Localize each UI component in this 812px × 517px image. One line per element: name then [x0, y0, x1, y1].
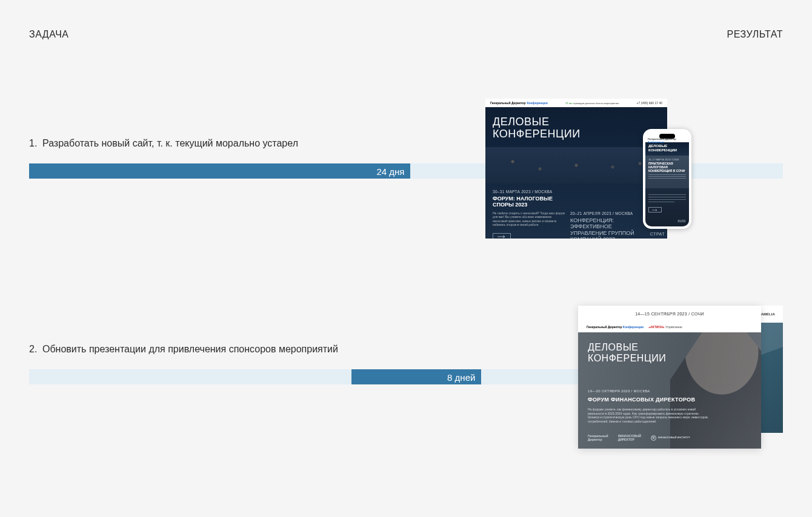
pf-event-date: 19—20 ОКТЯБРЯ 2023 / МОСКВА [588, 389, 751, 393]
result-2-preview: 📍 SWISSÔTEL RESORT SOCHI KAMELIA 14—15 С… [578, 306, 783, 449]
pf-fl3-icon: Ф [651, 435, 656, 441]
pf-logo-gray: Управление [665, 325, 682, 329]
task-2-number: 2. [29, 344, 38, 355]
brand-main: Генеральный Директор [490, 101, 525, 105]
pf-fl2b: ДИРЕКТОР [618, 438, 641, 442]
brand-suffix: Конференции [527, 101, 547, 105]
card1-title-l1: ФОРУМ: НАЛОГОВЫЕ [493, 196, 571, 202]
pf-fl3-text: ФИНАНСОВЫЙ ИНСТИТУТ [658, 436, 690, 439]
card1-title: ФОРУМ: НАЛОГОВЫЕ СПОРЫ 2023 [493, 196, 571, 208]
phone-pagination: 01/03 [677, 219, 685, 223]
card1-title-l2: СПОРЫ 2023 [493, 202, 571, 208]
task-2-duration: 8 дней [447, 372, 475, 382]
card2-t4: КОМПАНИЙ 2023 [570, 236, 661, 239]
phone-card1-desc-lines [648, 174, 686, 179]
task-1-number: 1. [29, 138, 38, 149]
hero-background [485, 147, 667, 183]
years-strong: 17 лет [565, 102, 573, 105]
result-1-preview: Генеральный Директор Конференции 17 лет … [485, 99, 691, 239]
phone-card1-date: 16–17 МАРТА 2023 / СОЧИ [648, 158, 686, 161]
hero-card-1: 30–31 МАРТА 2023 / МОСКВА ФОРУМ: НАЛОГОВ… [493, 189, 571, 239]
task-1-duration: 24 дня [376, 166, 404, 176]
phone-notch-icon [659, 134, 675, 139]
pf-footer-logo-3: Ф ФИНАНСОВЫЙ ИНСТИТУТ [651, 435, 690, 441]
pf-footer-logos: Генеральный Директор ФИНАНСОВЫЙ ДИРЕКТОР… [588, 435, 690, 441]
arrow-right-icon [493, 233, 511, 239]
card2-t3: УПРАВЛЕНИЕ ГРУППОЙ [570, 230, 661, 236]
pf-footer-logo-2: ФИНАНСОВЫЙ ДИРЕКТОР [618, 435, 641, 441]
phone-card-1: 16–17 МАРТА 2023 / СОЧИ ПРАКТИЧЕСКАЯ НАЛ… [645, 156, 689, 188]
section-label-task: ЗАДАЧА [29, 29, 68, 40]
phone-hero: ДЕЛОВЫЕ КОНФЕРЕНЦИИ [645, 142, 689, 156]
phone-brand-suffix: Конференции [648, 140, 664, 143]
years-rest: проводим деловые бизнес-мероприятия [573, 102, 619, 105]
header-phone: +7 (495) 660 17 40 [637, 101, 662, 105]
task-1-text: Разработать новый сайт, т. к. текущий мо… [42, 138, 298, 149]
pf-logo-red: «АКТИОН» [648, 325, 665, 329]
hero-title: ДЕЛОВЫЕ КОНФЕРЕНЦИИ [493, 116, 581, 140]
presentation-front-body: ДЕЛОВЫЕ КОНФЕРЕНЦИИ 19—20 ОКТЯБРЯ 2023 /… [578, 332, 761, 449]
phone-mockup: Генеральный Директор Конференции ДЕЛОВЫЕ… [643, 129, 691, 229]
phone-hero-l1: ДЕЛОВЫЕ [648, 144, 686, 148]
website-header: Генеральный Директор Конференции 17 лет … [485, 99, 667, 107]
card2-side-text: СТРАТ [650, 232, 665, 236]
phone-arrow-icon [648, 207, 662, 212]
task-2-text: Обновить презентации для привлечения спо… [42, 344, 338, 355]
pf-logo-main: Генеральный Директор [587, 325, 622, 329]
hero-title-line2: КОНФЕРЕНЦИИ [493, 128, 581, 140]
pf-event-desc: На форуме узнаете, как финансовому дирек… [588, 407, 709, 424]
pf-logo-suffix: Конференции [623, 325, 644, 329]
pf-title-l2: КОНФЕРЕНЦИИ [588, 353, 751, 364]
phone-card1-title: ПРАКТИЧЕСКАЯ НАЛОГОВАЯ КОНФЕРЕНЦИЯ В СОЧ… [648, 162, 686, 173]
pf-fl1b: Директор [588, 438, 608, 442]
presentation-logo-row: Генеральный Директор Конференции «АКТИОН… [578, 321, 761, 332]
card1-desc: Не любите спорить с налоговой? Тогда наш… [493, 211, 565, 227]
website-hero: ДЕЛОВЫЕ КОНФЕРЕНЦИИ 30–31 МАРТА 2023 / М… [485, 107, 667, 239]
pc1-t3: КОНФЕРЕНЦИЯ В СОЧИ [648, 170, 686, 173]
task-1-bar-fill: 24 дня [29, 163, 410, 179]
hero-title-line1: ДЕЛОВЫЕ [493, 116, 581, 128]
card1-date: 30–31 МАРТА 2023 / МОСКВА [493, 189, 571, 194]
phone-card-2: 01/03 [645, 188, 689, 226]
task-2-bar-fill: 8 дней [351, 369, 481, 384]
pf-title-l1: ДЕЛОВЫЕ [588, 342, 751, 353]
phone-hero-l2: КОНФЕРЕНЦИИ [648, 148, 686, 153]
phone-card2-lines [648, 194, 686, 202]
pf-title: ДЕЛОВЫЕ КОНФЕРЕНЦИИ [588, 342, 751, 364]
presentation-front-date: 14—15 СЕНТЯБРЯ 2023 / СОЧИ [578, 306, 761, 321]
presentation-front: 14—15 СЕНТЯБРЯ 2023 / СОЧИ Генеральный Д… [578, 306, 761, 449]
pf-event-title: ФОРУМ ФИНАНСОВЫХ ДИРЕКТОРОВ [588, 397, 751, 403]
pf-footer-logo-1: Генеральный Директор [588, 435, 608, 441]
section-label-result: РЕЗУЛЬТАТ [727, 29, 783, 40]
website-mockup: Генеральный Директор Конференции 17 лет … [485, 99, 667, 239]
